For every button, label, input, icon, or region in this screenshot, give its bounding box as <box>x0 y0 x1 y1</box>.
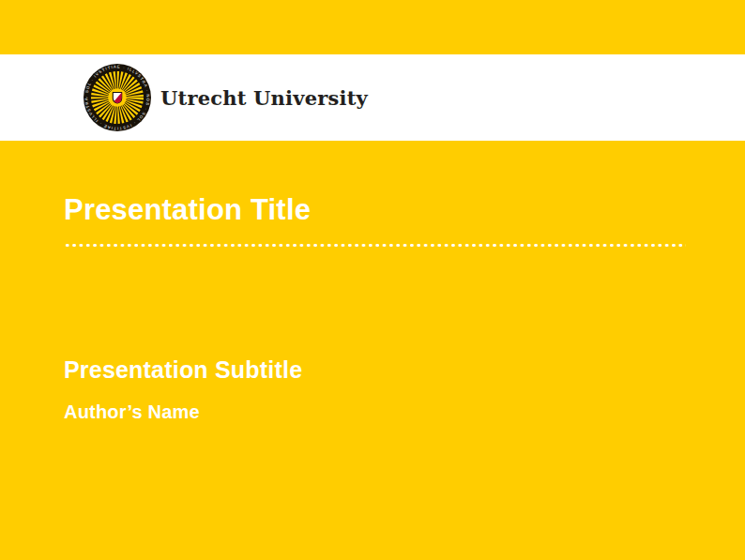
university-name: Utrecht University <box>160 86 368 110</box>
author-name: Author’s Name <box>64 401 200 423</box>
presentation-title: Presentation Title <box>64 193 311 227</box>
slide-body: Presentation Title Presentation Subtitle… <box>0 141 745 560</box>
sun-seal-icon: · SOL · IVSTITIAE · ILLVSTRA · NOS · SOL… <box>84 64 151 131</box>
dotted-divider <box>64 243 686 248</box>
header-band: · SOL · IVSTITIAE · ILLVSTRA · NOS · SOL… <box>0 54 745 141</box>
presentation-subtitle: Presentation Subtitle <box>64 356 302 384</box>
utrecht-university-logo: · SOL · IVSTITIAE · ILLVSTRA · NOS · SOL… <box>84 64 151 131</box>
presentation-title-slide: · SOL · IVSTITIAE · ILLVSTRA · NOS · SOL… <box>0 0 745 560</box>
